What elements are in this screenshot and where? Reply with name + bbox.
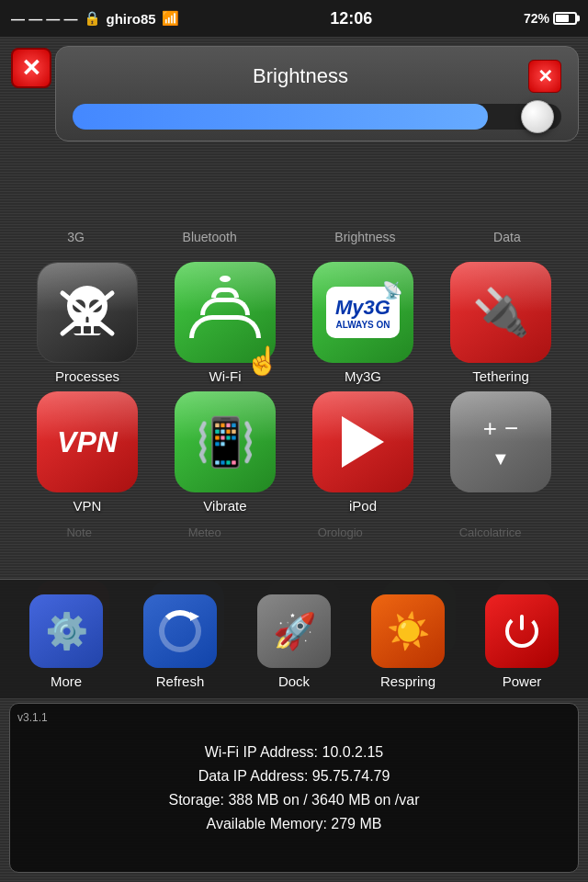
app-vpn[interactable]: VPN VPN <box>28 391 147 514</box>
storage-line: Storage: 388 MB on / 3640 MB on /var <box>28 792 560 808</box>
bg-label-calcolatrice: Calcolatrice <box>459 522 522 577</box>
toolbar-icon-more: ⚙️ <box>29 594 103 668</box>
info-panel: v3.1.1 Wi-Fi IP Address: 10.0.2.15 Data … <box>9 703 579 873</box>
toolbar-label-power: Power <box>503 673 542 689</box>
svg-rect-4 <box>74 326 81 334</box>
carrier-dots: — — — — <box>11 11 78 27</box>
brightness-title: Brightness <box>73 64 528 88</box>
top-labels-row: 3G Bluetooth Brightness Data <box>0 230 588 244</box>
svg-rect-5 <box>84 326 91 334</box>
apps-section: Processes ☝️ Wi-Fi <box>0 253 588 530</box>
lock-icon: 🔒 <box>84 10 101 27</box>
brightness-close-button[interactable]: ✕ <box>528 60 561 93</box>
main-close-button[interactable]: ✕ <box>11 48 51 88</box>
main-container: ✕ Brightness ✕ 3G Bluetooth Brightness D… <box>0 37 588 882</box>
toolbar-label-dock: Dock <box>278 673 310 689</box>
respring-sun-icon: ☀️ <box>387 611 430 651</box>
battery-icon <box>553 12 577 25</box>
toolbar-icon-power <box>485 594 559 668</box>
memory-line: Available Memory: 279 MB <box>28 816 560 832</box>
apps-row-2: VPN VPN 📳 Vibrate iPod <box>18 391 570 514</box>
app-label-ipod: iPod <box>349 498 377 514</box>
dock-icon: 🚀 <box>273 611 316 651</box>
slider-thumb[interactable] <box>521 100 554 133</box>
app-icon-vpn: VPN <box>37 391 138 492</box>
toolbar-item-respring[interactable]: ☀️ Respring <box>357 594 458 689</box>
app-label-my3g: My3G <box>345 368 381 384</box>
toolbar-row: ⚙️ More Refresh 🚀 Dock <box>9 594 579 689</box>
my3g-card: My3G ALWAYS ON <box>326 287 400 338</box>
phone-vibrate-icon: 📳 <box>196 414 255 470</box>
app-ipod[interactable]: iPod <box>303 391 423 514</box>
svg-point-3 <box>89 300 102 312</box>
status-time: 12:06 <box>330 9 372 28</box>
toolbar-item-refresh[interactable]: Refresh <box>130 594 231 689</box>
app-vibrate[interactable]: 📳 Vibrate <box>165 391 285 514</box>
toolbar-icon-respring: ☀️ <box>371 594 445 668</box>
label-brightness: Brightness <box>334 230 395 244</box>
play-icon <box>342 416 384 468</box>
bg-label-meteo: Meteo <box>188 522 221 577</box>
toolbar-label-refresh: Refresh <box>156 673 205 689</box>
app-my3g[interactable]: My3G ALWAYS ON 📡 My3G <box>303 262 423 384</box>
status-bar: — — — — 🔒 ghiro85 📶 12:06 72% <box>0 0 588 37</box>
status-right: 72% <box>524 11 577 26</box>
wifi-ip-line: Wi-Fi IP Address: 10.0.2.15 <box>28 744 560 761</box>
carrier-name: ghiro85 <box>107 11 156 27</box>
data-ip-line: Data IP Address: 95.75.74.79 <box>28 768 560 785</box>
label-bluetooth: Bluetooth <box>183 230 237 244</box>
app-icon-vibrate: 📳 <box>175 391 276 492</box>
tower-icon: 📡 <box>382 280 402 300</box>
brightness-popup: Brightness ✕ <box>55 46 579 141</box>
app-icon-my3g: My3G ALWAYS ON 📡 <box>312 262 413 363</box>
brightness-slider[interactable] <box>73 104 561 130</box>
app-label-wifi: Wi-Fi <box>209 368 242 384</box>
vpn-text: VPN <box>57 425 118 459</box>
app-processes[interactable]: Processes <box>28 262 147 384</box>
svg-rect-6 <box>94 326 101 334</box>
app-label-tethering: Tethering <box>472 368 529 384</box>
bg-label-note: Note <box>66 522 91 577</box>
app-label-vpn: VPN <box>74 498 102 514</box>
toolbar-item-dock[interactable]: 🚀 Dock <box>243 594 345 689</box>
minus-icon: − <box>504 414 518 443</box>
app-icon-tethering: 🔌 <box>450 262 551 363</box>
app-wifi[interactable]: ☝️ Wi-Fi <box>165 262 285 384</box>
app-volume[interactable]: + − ▼ <box>441 391 560 514</box>
toolbar-icon-dock: 🚀 <box>257 594 331 668</box>
toolbar-item-power[interactable]: Power <box>471 594 572 689</box>
label-data: Data <box>493 230 521 244</box>
plus-icon: + <box>483 414 497 443</box>
usb-icon: 🔌 <box>472 286 529 339</box>
app-icon-processes <box>37 262 138 363</box>
svg-point-2 <box>73 300 85 312</box>
version-badge: v3.1.1 <box>17 711 48 724</box>
toolbar-label-respring: Respring <box>380 673 435 689</box>
app-icon-wifi <box>175 262 276 363</box>
app-label-vibrate: Vibrate <box>203 498 246 514</box>
slider-fill <box>73 104 488 130</box>
more-gear-icon: ⚙️ <box>45 611 88 651</box>
chevron-down-icon: ▼ <box>492 448 510 469</box>
app-tethering[interactable]: 🔌 Tethering <box>441 262 560 384</box>
bg-label-orologio: Orologio <box>318 522 363 577</box>
status-left: — — — — 🔒 ghiro85 📶 <box>11 10 179 27</box>
bottom-toolbar: ⚙️ More Refresh 🚀 Dock <box>0 579 588 698</box>
bg-apps-row: Note Meteo Orologio Calcolatrice <box>0 522 588 577</box>
app-label-processes: Processes <box>55 368 119 384</box>
app-icon-volume: + − ▼ <box>450 391 551 492</box>
toolbar-item-more[interactable]: ⚙️ More <box>16 594 117 689</box>
label-3g: 3G <box>67 230 85 244</box>
power-icon <box>503 612 541 650</box>
toolbar-icon-refresh <box>143 594 217 668</box>
battery-percent: 72% <box>524 11 549 26</box>
skull-icon <box>55 280 119 345</box>
brightness-header: Brightness ✕ <box>73 60 561 93</box>
app-icon-ipod <box>312 391 413 492</box>
pm-row: + − <box>483 414 518 443</box>
apps-row-1: Processes ☝️ Wi-Fi <box>18 262 570 384</box>
battery-fill <box>556 15 569 22</box>
toolbar-label-more: More <box>51 673 82 689</box>
wifi-icon: 📶 <box>162 10 179 27</box>
